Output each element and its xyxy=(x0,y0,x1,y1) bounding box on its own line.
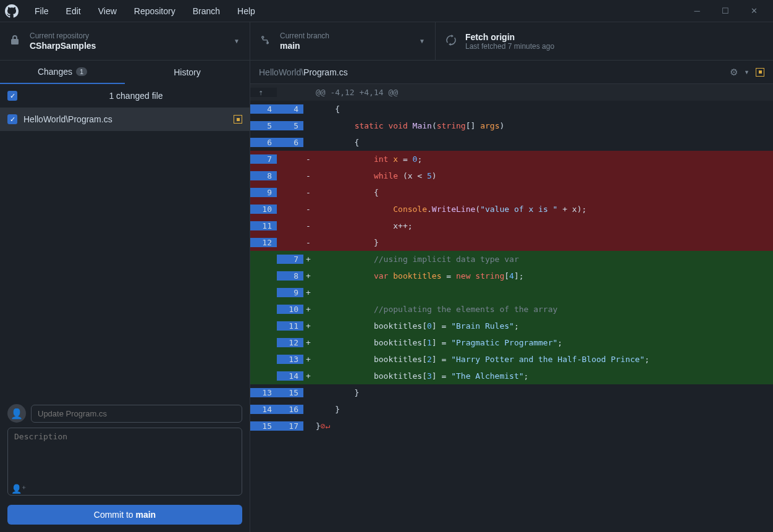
code-content: x++; xyxy=(313,221,773,230)
menu-edit[interactable]: Edit xyxy=(59,4,88,19)
close-button[interactable]: ✕ xyxy=(740,0,768,22)
repository-label: Current repository xyxy=(30,32,234,40)
old-line-number: 8 xyxy=(250,171,277,180)
diff-line[interactable]: 10- Console.WriteLine("value of x is " +… xyxy=(250,201,773,217)
menu-branch[interactable]: Branch xyxy=(185,4,227,19)
minimize-button[interactable]: ─ xyxy=(683,0,711,22)
tab-history-label: History xyxy=(174,67,201,77)
diff-line[interactable]: 7+ //using implicit data type var xyxy=(250,251,773,268)
code-content: { xyxy=(313,188,773,197)
diff-marker: + xyxy=(303,371,313,381)
select-all-checkbox[interactable]: ✓ xyxy=(7,91,17,101)
branch-selector[interactable]: Current branch main ▼ xyxy=(250,22,436,60)
commit-button-prefix: Commit to xyxy=(94,510,136,520)
new-line-number: 17 xyxy=(277,421,303,431)
file-item[interactable]: ✓ HelloWorld\Program.cs xyxy=(0,108,250,131)
commit-button-branch: main xyxy=(136,510,156,520)
old-line-number: 12 xyxy=(250,238,277,247)
diff-line[interactable]: 8- while (x < 5) xyxy=(250,167,773,184)
diff-line[interactable]: 11+ booktitles[0] = "Brain Rules"; xyxy=(250,318,773,334)
fetch-status: Last fetched 7 minutes ago xyxy=(465,42,763,51)
old-line-number: 6 xyxy=(250,138,277,147)
avatar: 👤 xyxy=(7,404,26,423)
diff-marker: + xyxy=(303,338,313,347)
new-line-number: 14 xyxy=(277,371,303,381)
menu-help[interactable]: Help xyxy=(230,4,263,19)
modified-indicator-icon xyxy=(234,115,242,124)
diff-marker: - xyxy=(303,221,313,230)
diff-line[interactable]: 12- } xyxy=(250,234,773,251)
commit-summary-input[interactable] xyxy=(31,405,242,423)
diff-line[interactable]: 1416 } xyxy=(250,401,773,418)
diff-line[interactable]: 55 static void Main(string[] args) xyxy=(250,117,773,134)
modified-indicator-icon xyxy=(756,68,764,77)
diff-panel: HelloWorld\Program.cs ⚙ ▼ ⇡ @@ -4,12 +4,… xyxy=(250,61,773,532)
diff-line[interactable]: 13+ booktitles[2] = "Harry Potter and th… xyxy=(250,351,773,368)
diff-line[interactable]: 9- { xyxy=(250,184,773,201)
diff-line[interactable]: 1315 } xyxy=(250,384,773,401)
diff-line[interactable]: 8+ var booktitles = new string[4]; xyxy=(250,268,773,284)
file-checkbox[interactable]: ✓ xyxy=(7,114,17,124)
new-line-number: 6 xyxy=(277,138,303,147)
expand-up-icon[interactable]: ⇡ xyxy=(250,88,277,97)
changes-count-badge: 1 xyxy=(76,67,87,76)
new-line-number: 4 xyxy=(277,104,303,114)
maximize-button[interactable]: ☐ xyxy=(711,0,740,22)
code-content: Console.WriteLine("value of x is " + x); xyxy=(313,205,773,214)
chevron-down-icon[interactable]: ▼ xyxy=(744,69,750,75)
commit-area: 👤 👤⁺ Commit to main xyxy=(0,397,250,532)
diff-marker: - xyxy=(303,205,313,214)
diff-file-path: HelloWorld\Program.cs xyxy=(259,67,348,77)
fetch-button[interactable]: Fetch origin Last fetched 7 minutes ago xyxy=(436,22,773,60)
old-line-number: 15 xyxy=(250,421,277,431)
diff-line[interactable]: 10+ //populating the elements of the arr… xyxy=(250,301,773,318)
branch-value: main xyxy=(280,41,419,51)
tab-changes[interactable]: Changes 1 xyxy=(0,61,125,84)
new-line-number: 11 xyxy=(277,321,303,331)
titlebar: FileEditViewRepositoryBranchHelp ─ ☐ ✕ xyxy=(0,0,773,22)
old-line-number: 4 xyxy=(250,104,277,114)
menu-view[interactable]: View xyxy=(91,4,124,19)
old-line-number: 10 xyxy=(250,205,277,214)
diff-line[interactable]: 7- int x = 0; xyxy=(250,151,773,167)
toolbar: Current repository CSharpSamples ▼ Curre… xyxy=(0,22,773,61)
diff-line[interactable]: 12+ booktitles[1] = "Pragmatic Programme… xyxy=(250,334,773,351)
commit-button[interactable]: Commit to main xyxy=(7,505,242,525)
code-content: //using implicit data type var xyxy=(313,255,773,264)
commit-description-input[interactable] xyxy=(7,428,242,496)
repository-selector[interactable]: Current repository CSharpSamples ▼ xyxy=(0,22,250,60)
repository-value: CSharpSamples xyxy=(30,41,234,51)
diff-marker: + xyxy=(303,288,313,297)
sidebar: Changes 1 History ✓ 1 changed file ✓ Hel… xyxy=(0,61,250,532)
new-line-number: 5 xyxy=(277,121,303,130)
diff-marker: + xyxy=(303,271,313,281)
gear-icon[interactable]: ⚙ xyxy=(730,67,738,78)
diff-marker: - xyxy=(303,238,313,247)
menu-repository[interactable]: Repository xyxy=(127,4,183,19)
diff-line[interactable]: 14+ booktitles[3] = "The Alchemist"; xyxy=(250,368,773,384)
add-coauthor-icon[interactable]: 👤⁺ xyxy=(11,484,26,494)
code-content: booktitles[2] = "Harry Potter and the Ha… xyxy=(313,355,773,364)
lock-icon xyxy=(10,35,21,47)
chevron-down-icon: ▼ xyxy=(419,38,425,44)
code-content: //populating the elements of the array xyxy=(313,305,773,314)
diff-marker: + xyxy=(303,355,313,364)
diff-marker: - xyxy=(303,188,313,197)
diff-line[interactable]: 9+ xyxy=(250,284,773,301)
file-summary-row[interactable]: ✓ 1 changed file xyxy=(0,84,250,108)
diff-line[interactable]: 1517 }⊘↵ xyxy=(250,418,773,434)
diff-line[interactable]: 11- x++; xyxy=(250,217,773,234)
menu-file[interactable]: File xyxy=(27,4,56,19)
code-content: }⊘↵ xyxy=(313,421,773,431)
tab-history[interactable]: History xyxy=(125,61,250,84)
new-line-number: 16 xyxy=(277,405,303,414)
diff-marker: + xyxy=(303,255,313,264)
tab-changes-label: Changes xyxy=(38,67,72,77)
file-path: HelloWorld\Program.cs xyxy=(23,114,112,124)
branch-label: Current branch xyxy=(280,32,419,40)
new-line-number: 7 xyxy=(277,255,303,264)
old-line-number: 11 xyxy=(250,221,277,230)
diff-body[interactable]: ⇡ @@ -4,12 +4,14 @@ 44 {55 static void M… xyxy=(250,84,773,532)
diff-line[interactable]: 66 { xyxy=(250,134,773,151)
diff-line[interactable]: 44 { xyxy=(250,101,773,117)
